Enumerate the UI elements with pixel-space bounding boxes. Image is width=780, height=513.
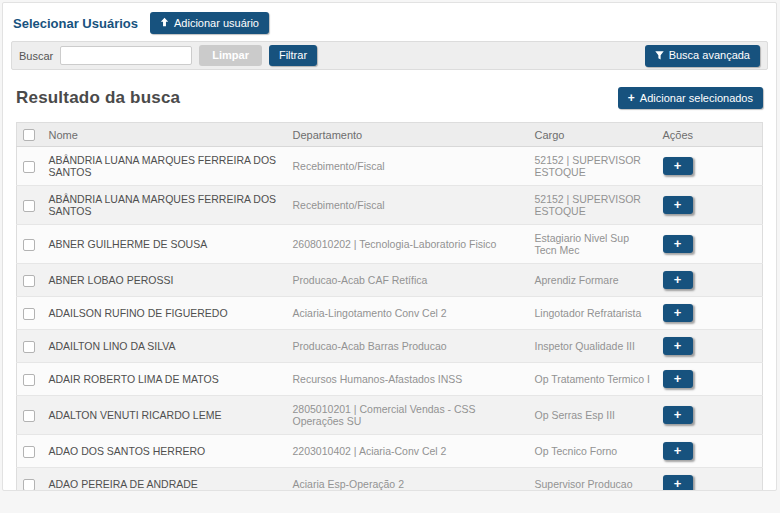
- table-row: ADAO DOS SANTOS HERRERO2203010402 | Acia…: [17, 435, 763, 468]
- cell-nome: ADALTON VENUTI RICARDO LEME: [43, 396, 287, 435]
- clear-button[interactable]: Limpar: [199, 45, 262, 66]
- add-row-button[interactable]: +: [663, 337, 693, 355]
- cell-cargo: Op Tratamento Termico I: [529, 363, 657, 396]
- add-row-button[interactable]: +: [663, 442, 693, 460]
- cell-departamento: Recebimento/Fiscal: [287, 147, 529, 186]
- cell-nome: ADAILTON LINO DA SILVA: [43, 330, 287, 363]
- cell-departamento: Recursos Humanos-Afastados INSS: [287, 363, 529, 396]
- row-checkbox[interactable]: [23, 275, 35, 287]
- cell-nome: ABÂNDRIA LUANA MARQUES FERREIRA DOS SANT…: [43, 186, 287, 225]
- add-user-button[interactable]: Adicionar usuário: [150, 12, 269, 34]
- table-header: Nome Departamento Cargo Ações: [17, 123, 763, 147]
- results-header: Resultado da busca + Adicionar seleciona…: [16, 87, 763, 109]
- cell-departamento: 2203010402 | Aciaria-Conv Cel 2: [287, 435, 529, 468]
- row-checkbox[interactable]: [23, 446, 35, 458]
- table-row: ADAIR ROBERTO LIMA DE MATOSRecursos Huma…: [17, 363, 763, 396]
- results-table: Nome Departamento Cargo Ações ABÂNDRIA L…: [16, 122, 763, 491]
- add-row-button[interactable]: +: [663, 370, 693, 388]
- results-title: Resultado da busca: [16, 88, 180, 108]
- advanced-search-button[interactable]: Busca avançada: [645, 45, 760, 67]
- cell-cargo: Lingotador Refratarista: [529, 297, 657, 330]
- cell-cargo: Inspetor Qualidade III: [529, 330, 657, 363]
- row-checkbox[interactable]: [23, 200, 35, 212]
- cell-cargo: 52152 | SUPERVISOR ESTOQUE: [529, 186, 657, 225]
- table-row: ABÂNDRIA LUANA MARQUES FERREIRA DOS SANT…: [17, 186, 763, 225]
- cell-departamento: 2608010202 | Tecnologia-Laboratorio Fisi…: [287, 225, 529, 264]
- arrow-up-icon: [160, 17, 169, 29]
- cell-cargo: Op Tecnico Forno: [529, 435, 657, 468]
- cell-departamento: Producao-Acab Barras Producao: [287, 330, 529, 363]
- cell-cargo: Aprendiz Formare: [529, 264, 657, 297]
- add-row-button[interactable]: +: [663, 271, 693, 289]
- cell-nome: ADAO DOS SANTOS HERRERO: [43, 435, 287, 468]
- search-input[interactable]: [60, 46, 192, 65]
- column-header-acoes: Ações: [657, 123, 763, 147]
- add-selected-button[interactable]: + Adicionar selecionados: [618, 87, 763, 109]
- add-row-button[interactable]: +: [663, 304, 693, 322]
- cell-departamento: Recebimento/Fiscal: [287, 186, 529, 225]
- filter-button[interactable]: Filtrar: [269, 45, 317, 66]
- cell-cargo: Estagiario Nivel Sup Tecn Mec: [529, 225, 657, 264]
- cell-departamento: Aciaria-Lingotamento Conv Cel 2: [287, 297, 529, 330]
- table-row: ABNER GUILHERME DE SOUSA2608010202 | Tec…: [17, 225, 763, 264]
- select-all-checkbox[interactable]: [23, 129, 35, 141]
- cell-nome: ABNER GUILHERME DE SOUSA: [43, 225, 287, 264]
- column-header-nome: Nome: [43, 123, 287, 147]
- add-user-label: Adicionar usuário: [174, 18, 259, 29]
- cell-nome: ADAIR ROBERTO LIMA DE MATOS: [43, 363, 287, 396]
- table-row: ABNER LOBAO PEROSSIProducao-Acab CAF Ret…: [17, 264, 763, 297]
- cell-cargo: 52152 | SUPERVISOR ESTOQUE: [529, 147, 657, 186]
- select-users-panel: Selecionar Usuários Adicionar usuário Bu…: [2, 2, 777, 491]
- row-checkbox[interactable]: [23, 479, 35, 491]
- cell-nome: ADAO PEREIRA DE ANDRADE: [43, 468, 287, 491]
- cell-cargo: Supervisor Producao: [529, 468, 657, 491]
- table-row: ABÂNDRIA LUANA MARQUES FERREIRA DOS SANT…: [17, 147, 763, 186]
- add-row-button[interactable]: +: [663, 157, 693, 175]
- table-row: ADAO PEREIRA DE ANDRADEAciaria Esp-Opera…: [17, 468, 763, 491]
- add-row-button[interactable]: +: [663, 196, 693, 214]
- advanced-search-label: Busca avançada: [669, 50, 750, 61]
- cell-nome: ADAILSON RUFINO DE FIGUEREDO: [43, 297, 287, 330]
- row-checkbox[interactable]: [23, 161, 35, 173]
- column-header-departamento: Departamento: [287, 123, 529, 147]
- table-row: ADAILTON LINO DA SILVAProducao-Acab Barr…: [17, 330, 763, 363]
- add-row-button[interactable]: +: [663, 406, 693, 424]
- row-checkbox[interactable]: [23, 374, 35, 386]
- cell-cargo: Op Serras Esp III: [529, 396, 657, 435]
- table-row: ADAILSON RUFINO DE FIGUEREDOAciaria-Ling…: [17, 297, 763, 330]
- panel-header: Selecionar Usuários Adicionar usuário: [3, 3, 776, 41]
- cell-nome: ABÂNDRIA LUANA MARQUES FERREIRA DOS SANT…: [43, 147, 287, 186]
- add-row-button[interactable]: +: [663, 235, 693, 253]
- cell-departamento: 2805010201 | Comercial Vendas - CSS Oper…: [287, 396, 529, 435]
- row-checkbox[interactable]: [23, 239, 35, 251]
- page-title: Selecionar Usuários: [13, 16, 138, 31]
- row-checkbox[interactable]: [23, 308, 35, 320]
- row-checkbox[interactable]: [23, 410, 35, 422]
- column-header-cargo: Cargo: [529, 123, 657, 147]
- cell-departamento: Aciaria Esp-Operação 2: [287, 468, 529, 491]
- cell-nome: ABNER LOBAO PEROSSI: [43, 264, 287, 297]
- plus-icon: +: [628, 92, 635, 104]
- search-label: Buscar: [19, 50, 53, 62]
- add-row-button[interactable]: +: [663, 475, 693, 491]
- add-selected-label: Adicionar selecionados: [640, 93, 753, 104]
- table-row: ADALTON VENUTI RICARDO LEME2805010201 | …: [17, 396, 763, 435]
- filter-funnel-icon: [655, 50, 664, 62]
- search-bar: Buscar Limpar Filtrar Busca avançada: [11, 41, 768, 70]
- row-checkbox[interactable]: [23, 341, 35, 353]
- cell-departamento: Producao-Acab CAF Retífica: [287, 264, 529, 297]
